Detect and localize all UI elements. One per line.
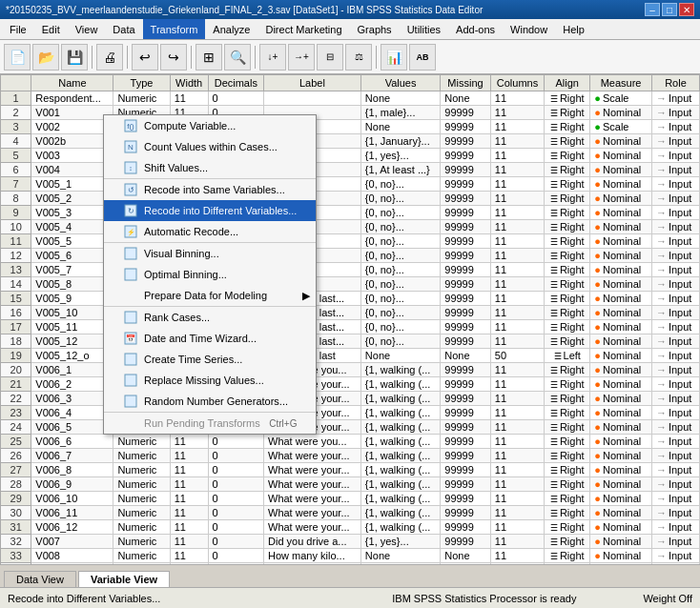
- cell-measure[interactable]: ●Nominal: [590, 306, 652, 320]
- cell-missing[interactable]: 99999: [441, 277, 491, 292]
- cell-columns[interactable]: 11: [490, 406, 544, 420]
- cell-values[interactable]: {0, no}...: [360, 249, 440, 263]
- cell-dec[interactable]: 0: [208, 463, 263, 477]
- menu-visual-binning[interactable]: Visual Binning...: [104, 243, 316, 264]
- cell-label[interactable]: What were your...: [264, 449, 361, 463]
- cell-values[interactable]: {1, walking (...: [360, 492, 440, 506]
- weight-button[interactable]: ⚖: [345, 44, 372, 71]
- cell-measure[interactable]: ●Nominal: [590, 477, 652, 492]
- cell-name[interactable]: Respondent...: [31, 91, 113, 106]
- cell-measure[interactable]: ●Nominal: [590, 492, 652, 506]
- cell-measure[interactable]: ●Nominal: [590, 206, 652, 220]
- cell-width[interactable]: 11: [170, 549, 208, 563]
- cell-align[interactable]: ☰Right: [545, 306, 590, 320]
- cell-label[interactable]: What were your...: [264, 463, 361, 477]
- cell-align[interactable]: ☰Right: [545, 463, 590, 477]
- cell-role[interactable]: →Input: [651, 349, 699, 363]
- cell-values[interactable]: {1, yes}...: [360, 535, 440, 549]
- cell-type[interactable]: Numeric: [113, 435, 170, 449]
- cell-values[interactable]: None: [360, 349, 440, 363]
- cell-width[interactable]: 11: [170, 435, 208, 449]
- cell-columns[interactable]: 11: [490, 563, 544, 565]
- minimize-button[interactable]: –: [645, 3, 660, 16]
- cell-name[interactable]: V002: [31, 120, 113, 134]
- cell-dec[interactable]: 0: [208, 449, 263, 463]
- find-button[interactable]: 🔍: [224, 44, 251, 71]
- cell-missing[interactable]: 99999: [441, 392, 491, 406]
- cell-missing[interactable]: 99999: [441, 420, 491, 435]
- cell-name[interactable]: V006_1: [31, 363, 113, 377]
- cell-missing[interactable]: 99999: [441, 134, 491, 149]
- cell-role[interactable]: →Input: [651, 163, 699, 177]
- cell-missing[interactable]: 99999: [441, 234, 491, 249]
- cell-name[interactable]: V005_9: [31, 292, 113, 306]
- cell-align[interactable]: ☰Right: [545, 263, 590, 277]
- cell-values[interactable]: {1, walking (...: [360, 477, 440, 492]
- cell-align[interactable]: ☰Right: [545, 249, 590, 263]
- cell-role[interactable]: →Input: [651, 420, 699, 435]
- cell-width[interactable]: 11: [170, 463, 208, 477]
- col-header-dec[interactable]: Decimals: [208, 75, 263, 91]
- cell-values[interactable]: {1, walking (...: [360, 449, 440, 463]
- col-header-columns[interactable]: Columns: [490, 75, 544, 91]
- cell-values[interactable]: {0, no}...: [360, 192, 440, 206]
- cell-role[interactable]: →Input: [651, 234, 699, 249]
- cell-role[interactable]: →Input: [651, 263, 699, 277]
- cell-values[interactable]: {1, walking (...: [360, 520, 440, 535]
- cell-name[interactable]: V006_12: [31, 520, 113, 535]
- cell-type[interactable]: Numeric: [113, 477, 170, 492]
- cell-name[interactable]: V006_4: [31, 406, 113, 420]
- cell-missing[interactable]: 99999: [441, 492, 491, 506]
- cell-role[interactable]: →Input: [651, 249, 699, 263]
- cell-measure[interactable]: ●Nominal: [590, 249, 652, 263]
- cell-role[interactable]: →Input: [651, 435, 699, 449]
- cell-values[interactable]: {0, no}...: [360, 206, 440, 220]
- menu-file[interactable]: File: [2, 19, 34, 39]
- cell-align[interactable]: ☰Right: [545, 406, 590, 420]
- cell-values[interactable]: {0, no}...: [360, 320, 440, 334]
- cell-align[interactable]: ☰Right: [545, 520, 590, 535]
- table-row[interactable]: 33 V008 Numeric 11 0 How many kilo... No…: [1, 549, 700, 563]
- cell-values[interactable]: {1, walking (...: [360, 463, 440, 477]
- cell-type[interactable]: Numeric: [113, 549, 170, 563]
- cell-role[interactable]: →Input: [651, 506, 699, 520]
- cell-columns[interactable]: 11: [490, 234, 544, 249]
- cell-name[interactable]: V003: [31, 149, 113, 163]
- cell-values[interactable]: {1, walking (...: [360, 392, 440, 406]
- cell-role[interactable]: →Input: [651, 492, 699, 506]
- cell-label[interactable]: What were your...: [264, 520, 361, 535]
- cell-values[interactable]: {1, walking (...: [360, 363, 440, 377]
- menu-replace-missing[interactable]: Replace Missing Values...: [104, 370, 316, 391]
- cell-align[interactable]: ☰Right: [545, 506, 590, 520]
- cell-role[interactable]: →Input: [651, 549, 699, 563]
- cell-values[interactable]: {1, walking (...: [360, 377, 440, 392]
- cell-label[interactable]: What were your...: [264, 477, 361, 492]
- insert-var-button[interactable]: →+: [288, 44, 315, 71]
- redo-button[interactable]: ↪: [160, 44, 187, 71]
- cell-measure[interactable]: ●Nominal: [590, 377, 652, 392]
- goto-button[interactable]: ⊞: [196, 44, 222, 71]
- cell-values[interactable]: {1, walking (...: [360, 406, 440, 420]
- cell-measure[interactable]: ●Nominal: [590, 177, 652, 192]
- cell-missing[interactable]: 99999: [441, 177, 491, 192]
- cell-name[interactable]: V006_10: [31, 492, 113, 506]
- cell-dec[interactable]: 0: [208, 477, 263, 492]
- cell-role[interactable]: →Input: [651, 406, 699, 420]
- cell-measure[interactable]: ●Nominal: [590, 234, 652, 249]
- cell-columns[interactable]: 11: [490, 392, 544, 406]
- cell-values[interactable]: {1, yes}...: [360, 149, 440, 163]
- cell-name[interactable]: V001: [31, 106, 113, 120]
- table-row[interactable]: 27 V006_8 Numeric 11 0 What were your...…: [1, 463, 700, 477]
- table-row[interactable]: 29 V006_10 Numeric 11 0 What were your..…: [1, 492, 700, 506]
- cell-role[interactable]: →Input: [651, 535, 699, 549]
- col-header-type[interactable]: Type: [113, 75, 170, 91]
- menu-prepare-data[interactable]: Prepare Data for Modeling ▶: [104, 285, 316, 306]
- cell-columns[interactable]: 11: [490, 277, 544, 292]
- cell-label[interactable]: [264, 91, 361, 106]
- cell-missing[interactable]: 99999: [441, 535, 491, 549]
- menu-rank-cases[interactable]: Rank Cases...: [104, 307, 316, 328]
- cell-measure[interactable]: ●Nominal: [590, 149, 652, 163]
- cell-columns[interactable]: 11: [490, 334, 544, 349]
- cell-columns[interactable]: 11: [490, 520, 544, 535]
- cell-role[interactable]: →Input: [651, 334, 699, 349]
